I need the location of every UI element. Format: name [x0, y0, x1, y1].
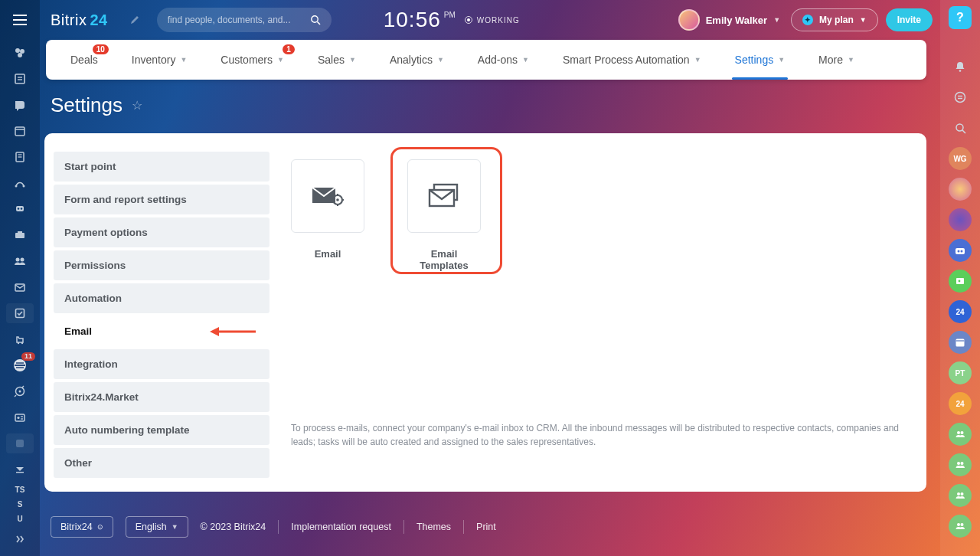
nav-deals[interactable]: Deals 10	[61, 40, 107, 80]
sidemenu-item[interactable]: Payment options	[54, 217, 270, 247]
search-icon[interactable]	[949, 116, 972, 139]
invite-label: Invite	[897, 15, 921, 25]
nav-spa[interactable]: Smart Process Automation ▼	[554, 40, 710, 80]
annotation-arrow-icon	[210, 326, 256, 337]
global-search[interactable]	[157, 8, 332, 32]
hamburger-menu-button[interactable]	[5, 5, 35, 35]
calendar-icon[interactable]	[949, 331, 972, 354]
svg-rect-52	[956, 339, 965, 347]
chevron-down-icon: ▼	[349, 56, 356, 64]
people-icon[interactable]	[949, 515, 972, 538]
svg-line-34	[317, 22, 320, 25]
tiles-area: Email Email Templates To process e-mails…	[270, 152, 917, 470]
sidemenu-item[interactable]: Auto numbering template	[54, 415, 270, 445]
nav-sales[interactable]: Sales ▼	[309, 40, 365, 80]
rail-item[interactable]	[6, 121, 34, 141]
logo[interactable]: Bitrix 24	[51, 11, 108, 29]
main-nav: Deals 10 Inventory ▼ Customers ▼ 1 Sales…	[46, 40, 926, 80]
contact-avatar[interactable]: PT	[949, 361, 972, 384]
bell-icon[interactable]	[949, 55, 972, 78]
contact-avatar[interactable]	[949, 178, 972, 201]
nav-analytics[interactable]: Analytics ▼	[381, 40, 453, 80]
people-icon[interactable]	[949, 453, 972, 476]
people-icon[interactable]	[949, 423, 972, 446]
footer-link[interactable]: Implementation request	[291, 522, 391, 532]
nav-customers[interactable]: Customers ▼ 1	[211, 40, 293, 80]
rail-item[interactable]	[6, 199, 34, 219]
record-icon	[465, 16, 472, 24]
sidemenu-item[interactable]: Start point	[54, 152, 270, 182]
svg-rect-47	[956, 248, 965, 254]
svg-point-49	[961, 250, 963, 253]
my-plan-button[interactable]: ✦ My plan ▼	[791, 8, 878, 31]
contact-avatar[interactable]	[949, 208, 972, 231]
top-bar: Bitrix 24 10:56 PM WORKING Emily Walker …	[40, 0, 940, 40]
rail-item[interactable]	[6, 173, 34, 193]
rail-text-item[interactable]: S	[6, 500, 34, 509]
svg-point-59	[961, 492, 964, 495]
sidemenu-item[interactable]: Integration	[54, 349, 270, 379]
rail-item[interactable]	[6, 407, 34, 427]
user-avatar-icon	[678, 9, 700, 31]
contacts-icon[interactable]	[949, 270, 972, 293]
rail-item[interactable]	[6, 460, 34, 479]
footer: Bitrix24⊙ English ▼ © 2023 Bitrix24 Impl…	[51, 512, 926, 542]
rail-text-item[interactable]: TS	[6, 486, 34, 494]
nav-settings[interactable]: Settings ▼	[726, 40, 795, 80]
user-menu[interactable]: Emily Walker ▼	[678, 9, 780, 31]
chevron-down-icon: ▼	[437, 56, 444, 64]
star-icon[interactable]: ☆	[132, 98, 142, 113]
rail-item[interactable]	[6, 529, 34, 549]
tile-email[interactable]: Email	[291, 159, 364, 271]
sidemenu-item-email[interactable]: Email	[54, 316, 270, 346]
rail-item[interactable]	[6, 95, 34, 115]
nav-label: Customers	[220, 54, 273, 66]
chevron-down-icon: ▼	[860, 16, 867, 24]
chevron-down-icon: ▼	[694, 56, 701, 64]
help-button[interactable]: ?	[949, 6, 972, 29]
rail-item[interactable]	[6, 147, 34, 167]
rail-item[interactable]	[6, 69, 34, 89]
rail-item[interactable]	[6, 433, 34, 453]
rail-item[interactable]	[6, 225, 34, 245]
nav-label: Deals	[70, 54, 98, 66]
chevron-down-icon: ▼	[180, 56, 187, 64]
rail-text-item[interactable]: U	[6, 515, 34, 523]
invite-button[interactable]: Invite	[886, 8, 933, 31]
nav-inventory[interactable]: Inventory ▼	[122, 40, 197, 80]
sidemenu-item[interactable]: Bitrix24.Market	[54, 382, 270, 412]
nav-label: Inventory	[132, 54, 176, 66]
search-input[interactable]	[168, 15, 304, 25]
rail-item[interactable]	[6, 381, 34, 401]
sidemenu-item[interactable]: Automation	[54, 283, 270, 313]
working-status[interactable]: WORKING	[465, 16, 520, 25]
footer-brand-chip[interactable]: Bitrix24⊙	[51, 516, 113, 538]
b24-icon[interactable]: 24	[949, 300, 972, 323]
sidemenu-item[interactable]: Other	[54, 448, 270, 478]
contact-avatar[interactable]: WG	[949, 147, 972, 170]
rail-item[interactable]	[6, 303, 34, 323]
nav-more[interactable]: More ▼	[809, 40, 864, 80]
chevron-down-icon: ▼	[277, 56, 284, 64]
sidemenu-item[interactable]: Form and report settings	[54, 185, 270, 214]
rail-item[interactable]	[6, 251, 34, 271]
b24-icon[interactable]: 24	[949, 392, 972, 415]
rail-item[interactable]: 11	[6, 355, 34, 375]
my-plan-label: My plan	[819, 15, 854, 25]
group-icon[interactable]	[949, 239, 972, 262]
nav-addons[interactable]: Add-ons ▼	[469, 40, 538, 80]
rail-item[interactable]	[6, 329, 34, 349]
rail-item[interactable]	[6, 43, 34, 63]
edit-icon[interactable]	[129, 15, 140, 25]
footer-link[interactable]: Themes	[416, 522, 451, 532]
people-icon[interactable]	[949, 484, 972, 507]
svg-point-58	[957, 492, 960, 495]
chat-lines-icon[interactable]	[949, 86, 972, 109]
sidemenu-item[interactable]: Permissions	[54, 250, 270, 280]
footer-link[interactable]: Print	[476, 522, 496, 532]
language-select[interactable]: English ▼	[126, 516, 188, 538]
nav-label: Add-ons	[478, 54, 518, 66]
svg-rect-6	[15, 127, 24, 136]
rail-item[interactable]	[6, 277, 34, 297]
working-label: WORKING	[477, 16, 520, 25]
